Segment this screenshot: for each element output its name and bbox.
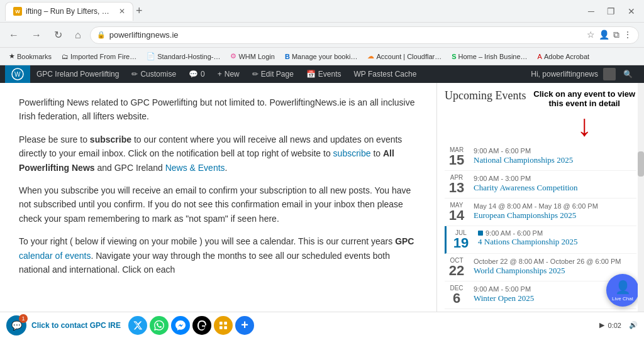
red-arrow-down: ↓: [532, 111, 636, 141]
news-events-link[interactable]: News & Events: [165, 163, 225, 173]
booking-icon: B: [285, 53, 290, 60]
event-time-2: 9:00 AM - 3:00 PM: [474, 175, 531, 182]
event-date-3: MAY 14: [445, 202, 469, 222]
adminbar-wp-fastest-cache[interactable]: WP Fastest Cache: [348, 65, 423, 83]
customise-label: Customise: [140, 70, 176, 79]
address-bar: ← → ↻ ⌂ 🔒 powerliftingnews.ie ☆ 👤 ⧉ ⋮: [0, 23, 644, 48]
subscribe-link[interactable]: subscribe: [333, 148, 371, 158]
video-controls: ▶ 0:02 🔊: [599, 321, 638, 329]
event-details-3: May 14 @ 8:00 AM - May 18 @ 6:00 PM Euro…: [474, 202, 636, 221]
event-details-5: October 22 @ 8:00 AM - October 26 @ 6:00…: [474, 257, 636, 276]
new-label: New: [225, 70, 240, 79]
adminbar-customise[interactable]: ✏ Customise: [125, 65, 182, 83]
scrollbar-track[interactable]: [638, 83, 644, 312]
main-content-area: Powerlifting News related to GPC Powerli…: [0, 83, 436, 338]
event-name-5[interactable]: World Championships 2025: [474, 266, 636, 276]
threads-button[interactable]: [192, 316, 211, 335]
orange-app-button[interactable]: [214, 316, 233, 335]
adminbar-new[interactable]: + New: [211, 65, 246, 83]
bookmarks-bar: ★ Bookmarks 🗂 Imported From Fire… 📄 Stan…: [0, 48, 644, 65]
event-name-4[interactable]: 4 Nations Championship 2025: [478, 237, 636, 247]
wp-logo[interactable]: W: [5, 65, 30, 83]
adminbar-comments[interactable]: 💬 0: [182, 65, 211, 83]
forward-button[interactable]: →: [28, 27, 45, 43]
add-social-button[interactable]: +: [235, 316, 254, 335]
bookmark-hosting[interactable]: 📄 Standard-Hosting-…: [143, 51, 224, 62]
intro-paragraph: Powerlifting News related to GPC Powerli…: [19, 95, 418, 124]
address-bar-icons: ☆ 👤 ⧉ ⋮: [587, 30, 632, 40]
cloud-icon: ☁: [367, 52, 374, 60]
bookmark-whm-label: WHM Login: [238, 53, 274, 60]
bookmark-home-irish[interactable]: S Home – Irish Busine…: [448, 52, 531, 62]
extensions-icon[interactable]: ⧉: [613, 30, 619, 40]
notification-text[interactable]: Click to contact GPC IRE: [31, 321, 121, 330]
orange-icon: [218, 320, 228, 330]
bookmark-cloudflare[interactable]: ☁ Account | Cloudflar…: [364, 51, 445, 62]
event-date-4: JUL 19: [449, 229, 473, 250]
event-item-2[interactable]: APR 13 9:00 AM - 3:00 PM Charity Awarene…: [445, 171, 636, 199]
event-time-3: May 14 @ 8:00 AM - May 18 @ 6:00 PM: [474, 202, 598, 210]
minimize-button[interactable]: ─: [584, 5, 598, 18]
subscribe-bold: subscribe: [90, 134, 131, 144]
bookmark-booking[interactable]: B Manage your booki…: [281, 52, 362, 62]
event-item-5[interactable]: OCT 22 October 22 @ 8:00 AM - October 26…: [445, 254, 636, 281]
profile-icon[interactable]: 👤: [599, 30, 609, 40]
back-button[interactable]: ←: [5, 27, 23, 43]
search-icon[interactable]: 🔍: [623, 70, 633, 79]
active-tab[interactable]: W ifting – Run By Lifters, For Lifter… ✕: [5, 2, 133, 21]
svg-rect-2: [219, 322, 223, 325]
volume-icon[interactable]: 🔊: [629, 321, 638, 329]
bookmark-whm[interactable]: ⚙ WHM Login: [226, 51, 278, 62]
twitter-button[interactable]: [128, 316, 147, 335]
event-item-1[interactable]: MAR 15 9:00 AM - 6:00 PM National Champi…: [445, 143, 636, 171]
event-name-1[interactable]: National Championships 2025: [474, 155, 636, 165]
whatsapp-button[interactable]: [150, 316, 169, 335]
scrollbar-thumb[interactable]: [638, 151, 644, 177]
adminbar-edit-page[interactable]: ✏ Edit Page: [246, 65, 300, 83]
bookmarks-menu[interactable]: ★ Bookmarks: [5, 51, 55, 62]
bookmark-booking-label: Manage your booki…: [292, 53, 358, 60]
event-name-3[interactable]: European Championships 2025: [474, 210, 636, 221]
bookmark-acrobat-label: Adobe Acrobat: [544, 53, 589, 60]
event-time-4: 9:00 AM - 6:00 PM: [486, 229, 543, 237]
adminbar-site-name[interactable]: GPC Ireland Powerlifting: [30, 65, 125, 83]
bookmark-cloudflare-label: Account | Cloudflar…: [376, 53, 441, 60]
bottom-notification-bar: 💬 1 Click to contact GPC IRE +: [0, 312, 644, 338]
event-day-4: 19: [453, 235, 469, 251]
video-time: 0:02: [608, 322, 621, 329]
event-name-2[interactable]: Charity Awareness Competition: [474, 183, 636, 193]
event-item-3[interactable]: MAY 14 May 14 @ 8:00 AM - May 18 @ 6:00 …: [445, 199, 636, 226]
live-chat-button[interactable]: 👤 Live Chat: [606, 274, 639, 307]
add-icon: +: [241, 318, 248, 332]
event-dot-4: [478, 231, 483, 236]
event-details-2: 9:00 AM - 3:00 PM Charity Awareness Comp…: [474, 174, 636, 193]
event-item-4[interactable]: JUL 19 9:00 AM - 6:00 PM 4 Nations Champ…: [445, 226, 636, 254]
events-label: Events: [318, 70, 341, 79]
adminbar-user[interactable]: Hi, powerliftingnews 🔍: [525, 65, 639, 83]
address-input[interactable]: 🔒 powerliftingnews.ie ☆ 👤 ⧉ ⋮: [90, 26, 639, 44]
star-icon[interactable]: ☆: [587, 30, 595, 40]
cache-label: WP Fastest Cache: [354, 70, 417, 79]
bookmark-imported-label: Imported From Fire…: [70, 53, 136, 60]
refresh-button[interactable]: ↻: [50, 26, 66, 43]
menu-icon[interactable]: ⋮: [623, 30, 632, 40]
click-note: Click on any event to view this event in…: [532, 89, 636, 108]
close-button[interactable]: ✕: [624, 5, 639, 18]
calendar-link[interactable]: calendar of events: [19, 251, 91, 261]
wp-adminbar: W GPC Ireland Powerlifting ✏ Customise 💬…: [0, 65, 644, 83]
event-date-6: DEC 6: [445, 285, 469, 305]
comments-count: 0: [201, 70, 205, 79]
bookmark-imported[interactable]: 🗂 Imported From Fire…: [58, 52, 140, 62]
play-button[interactable]: ▶: [599, 321, 604, 329]
twitter-icon: [133, 320, 143, 330]
notification-icon: 💬 1: [6, 315, 26, 335]
messenger-button[interactable]: [171, 316, 190, 335]
maximize-button[interactable]: ❐: [603, 5, 619, 18]
intro-text: Powerlifting News related to GPC Powerli…: [19, 97, 415, 121]
comments-icon: 💬: [189, 70, 198, 79]
new-tab-button[interactable]: +: [136, 4, 143, 18]
tab-close-button[interactable]: ✕: [119, 7, 125, 16]
home-button[interactable]: ⌂: [71, 27, 85, 43]
bookmark-acrobat[interactable]: A Adobe Acrobat: [534, 52, 594, 62]
adminbar-events[interactable]: 📅 Events: [300, 65, 348, 83]
